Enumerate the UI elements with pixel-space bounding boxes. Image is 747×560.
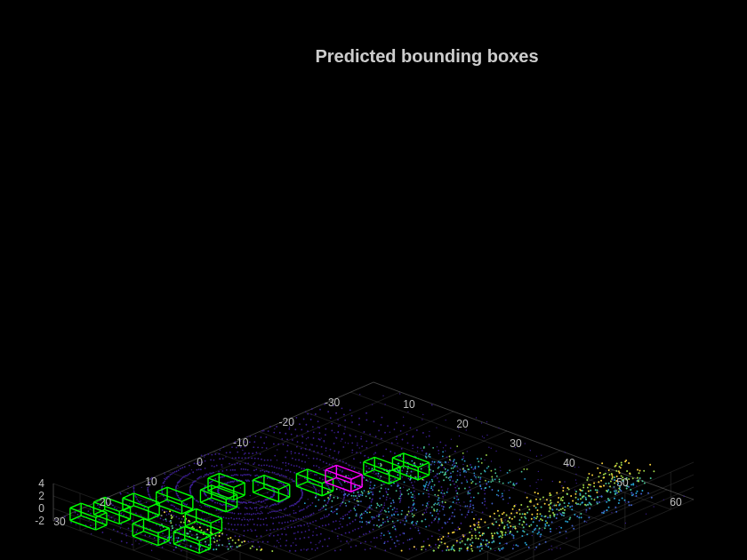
svg-point-1116 (399, 500, 401, 501)
svg-text:50: 50 (616, 476, 629, 489)
svg-point-1634 (560, 499, 562, 500)
svg-point-874 (300, 538, 301, 540)
svg-point-2259 (387, 516, 389, 518)
svg-point-2167 (467, 492, 469, 494)
svg-point-2067 (433, 504, 435, 506)
svg-point-147 (273, 492, 275, 494)
svg-point-601 (210, 459, 212, 460)
svg-point-2764 (270, 533, 271, 534)
svg-point-1151 (87, 510, 89, 512)
svg-point-2493 (351, 452, 352, 453)
svg-point-1728 (511, 533, 513, 535)
svg-point-1806 (502, 534, 503, 536)
svg-point-119 (248, 480, 250, 482)
svg-point-1639 (568, 518, 570, 520)
svg-point-2786 (563, 515, 564, 516)
svg-point-1829 (477, 526, 478, 528)
svg-point-888 (191, 534, 193, 536)
svg-point-2489 (301, 491, 301, 492)
svg-point-764 (326, 516, 328, 517)
svg-point-2690 (509, 490, 510, 491)
svg-point-734 (316, 465, 317, 467)
svg-point-770 (318, 526, 320, 528)
svg-point-2103 (469, 492, 470, 494)
svg-point-663 (294, 526, 296, 528)
svg-point-2391 (468, 511, 470, 513)
svg-point-1635 (549, 492, 550, 494)
svg-point-422 (241, 519, 243, 521)
svg-point-2091 (332, 500, 333, 502)
svg-point-1598 (564, 502, 566, 504)
svg-point-1050 (322, 546, 324, 548)
svg-point-1221 (390, 451, 391, 452)
svg-point-2801 (359, 394, 360, 395)
svg-point-1987 (228, 538, 229, 540)
svg-point-1719 (536, 513, 538, 515)
svg-point-2437 (355, 495, 357, 497)
svg-point-2807 (460, 472, 461, 473)
svg-point-1136 (334, 550, 336, 552)
svg-point-400 (290, 505, 292, 507)
svg-point-2260 (410, 475, 412, 476)
svg-point-2763 (428, 501, 429, 502)
svg-point-913 (263, 443, 265, 444)
svg-point-1138 (162, 547, 164, 548)
svg-point-51 (248, 501, 250, 503)
svg-point-2665 (317, 427, 318, 428)
svg-point-2581 (91, 533, 92, 534)
svg-point-2000 (261, 548, 262, 550)
svg-point-1051 (317, 548, 318, 549)
svg-point-1686 (545, 516, 547, 517)
svg-point-1523 (582, 490, 583, 492)
svg-point-2766 (433, 486, 434, 487)
svg-point-1045 (363, 533, 365, 535)
svg-point-2288 (447, 469, 449, 471)
svg-point-1344 (429, 444, 430, 445)
svg-point-2330 (462, 468, 464, 470)
svg-point-1647 (553, 516, 555, 517)
svg-point-2593 (530, 450, 531, 451)
svg-point-1559 (580, 494, 582, 496)
svg-point-1626 (567, 505, 569, 507)
svg-point-2612 (331, 469, 332, 470)
svg-point-517 (311, 502, 313, 504)
svg-point-1383 (445, 444, 446, 446)
svg-point-1984 (229, 546, 231, 548)
svg-point-2064 (433, 508, 435, 510)
svg-point-2762 (110, 539, 111, 540)
svg-point-2043 (378, 526, 380, 528)
svg-point-1445 (637, 468, 639, 470)
svg-point-1335 (358, 418, 360, 420)
svg-point-41 (263, 500, 265, 502)
svg-point-1241 (413, 524, 414, 526)
svg-point-1826 (493, 541, 494, 543)
svg-point-2682 (551, 549, 552, 550)
svg-point-948 (363, 513, 365, 515)
svg-point-1612 (562, 496, 564, 498)
svg-point-475 (221, 464, 222, 466)
svg-point-1328 (409, 548, 411, 550)
svg-point-1430 (637, 491, 639, 492)
svg-point-1026 (383, 484, 385, 485)
svg-point-1968 (208, 544, 210, 546)
svg-point-691 (173, 515, 175, 516)
svg-point-1767 (497, 510, 499, 512)
svg-point-2165 (455, 481, 457, 483)
svg-point-1671 (548, 524, 550, 526)
svg-point-669 (273, 529, 275, 531)
lidar-3d-plot[interactable]: Predicted bounding boxes 102030405060-30… (0, 0, 747, 560)
svg-point-889 (182, 532, 184, 534)
svg-text:-30: -30 (325, 396, 341, 409)
svg-point-853 (357, 494, 359, 496)
svg-point-1288 (403, 542, 405, 544)
svg-point-2253 (398, 498, 400, 500)
svg-point-1827 (492, 537, 494, 539)
svg-point-527 (302, 516, 304, 518)
svg-point-2069 (454, 516, 455, 517)
svg-point-1910 (164, 511, 165, 513)
svg-point-2605 (140, 514, 141, 515)
svg-point-2056 (390, 505, 392, 507)
svg-point-1137 (173, 549, 175, 551)
svg-point-2305 (434, 461, 436, 463)
svg-point-1422 (632, 483, 634, 484)
